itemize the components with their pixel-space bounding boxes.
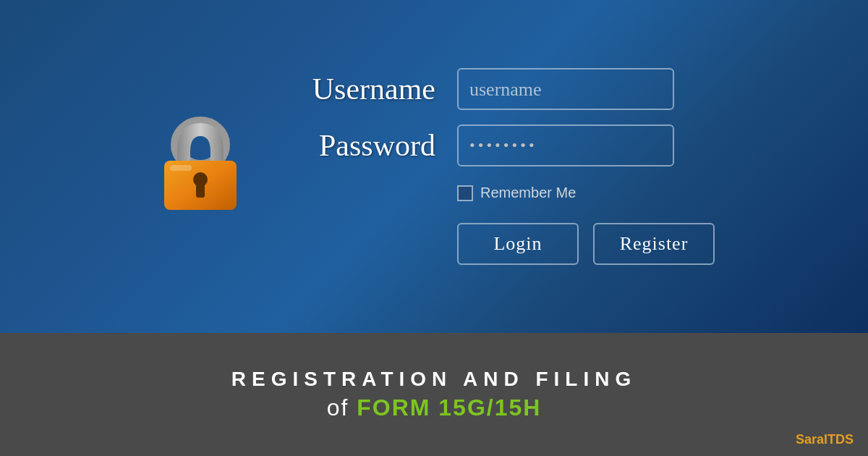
fields-container: Username Password Remember Me Login Regi…	[291, 68, 715, 265]
subtitle-highlight: FORM 15G/15H	[357, 394, 541, 421]
bottom-title: REGISTRATION AND FILING	[231, 368, 637, 391]
bottom-banner: REGISTRATION AND FILING of FORM 15G/15H …	[0, 333, 868, 456]
brand-product: TDS	[827, 432, 854, 447]
login-button[interactable]: Login	[457, 223, 579, 265]
password-row: Password	[291, 124, 715, 166]
subtitle-prefix: of	[327, 394, 357, 421]
username-input[interactable]	[457, 68, 674, 110]
brand-name: Saral	[796, 432, 827, 447]
buttons-row: Login Register	[457, 223, 715, 265]
login-panel: Username Password Remember Me Login Regi…	[0, 0, 868, 333]
remember-checkbox[interactable]	[457, 185, 473, 201]
brand-logo: SaralTDS	[796, 432, 854, 447]
username-label: Username	[291, 72, 435, 106]
svg-rect-3	[196, 183, 205, 198]
lock-icon	[153, 112, 247, 221]
password-label: Password	[291, 128, 435, 163]
username-row: Username	[291, 68, 715, 110]
svg-rect-4	[170, 165, 192, 171]
remember-row: Remember Me	[457, 185, 715, 201]
remember-label: Remember Me	[480, 185, 576, 201]
register-button[interactable]: Register	[593, 223, 715, 265]
password-input[interactable]	[457, 124, 674, 166]
bottom-subtitle: of FORM 15G/15H	[327, 394, 542, 421]
form-container: Username Password Remember Me Login Regi…	[153, 68, 715, 265]
